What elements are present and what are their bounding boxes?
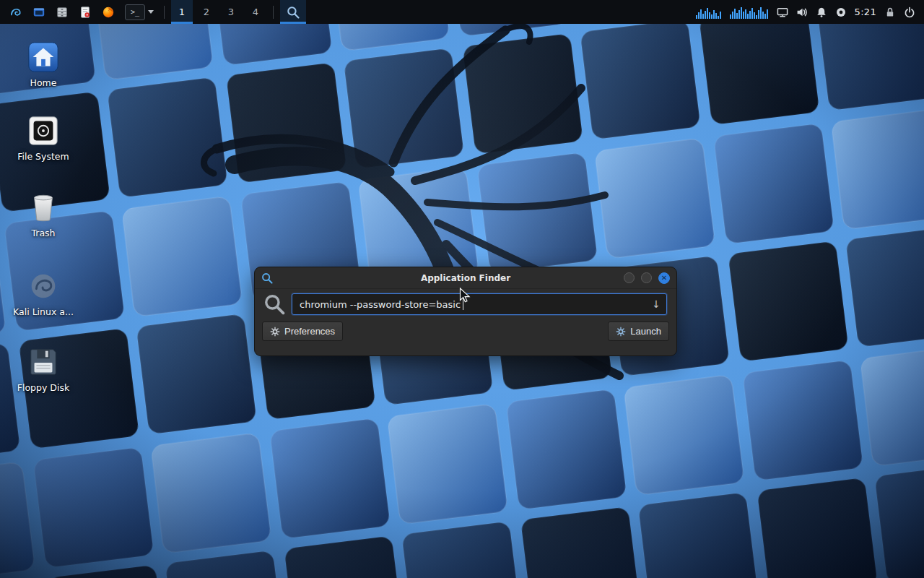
- launcher-file-manager[interactable]: [52, 0, 72, 24]
- desktop-icon-trash[interactable]: Trash: [9, 191, 78, 238]
- floppy-disk-icon: [27, 345, 60, 379]
- workspace-2[interactable]: 2: [196, 0, 217, 24]
- applications-menu-button[interactable]: [6, 0, 26, 24]
- application-finder-window: Application Finder ✕ chromium --password…: [254, 267, 677, 356]
- status-circle-icon[interactable]: [835, 7, 847, 18]
- top-panel: >_ 1 2 3 4 5:21: [0, 0, 924, 24]
- launcher-text-editor[interactable]: [75, 0, 95, 24]
- lock-icon[interactable]: [884, 7, 896, 18]
- notifications-icon[interactable]: [816, 7, 827, 18]
- chevron-down-icon: [148, 10, 154, 14]
- gear-icon: [270, 327, 280, 337]
- status-tray: 5:21: [696, 6, 918, 19]
- display-icon[interactable]: [777, 7, 788, 18]
- desktop-icon-label: Floppy Disk: [9, 382, 78, 393]
- close-button[interactable]: ✕: [658, 272, 670, 284]
- application-finder-icon: [287, 6, 300, 19]
- window-title: Application Finder: [255, 273, 676, 283]
- minimize-button[interactable]: [624, 272, 635, 283]
- desktop-icon-floppy-disk[interactable]: Floppy Disk: [9, 345, 78, 393]
- terminal-dropdown[interactable]: >_: [121, 0, 157, 24]
- down-arrow-icon[interactable]: ↓: [652, 298, 661, 310]
- kali-docs-icon: [27, 269, 60, 303]
- panel-separator: [273, 6, 274, 19]
- audio-spectrum-icon: [696, 6, 722, 19]
- desktop-icon-label: File System: [9, 151, 78, 162]
- file-manager-icon: [56, 6, 69, 19]
- trash-icon: [27, 191, 60, 224]
- taskbar-application-finder[interactable]: [280, 0, 306, 24]
- terminal-icon: >_: [125, 4, 145, 20]
- clock[interactable]: 5:21: [855, 7, 876, 17]
- launcher-window-manager[interactable]: [29, 0, 49, 24]
- desktop-icon-label: Kali Linux a...: [9, 306, 78, 317]
- desktop-icon-home[interactable]: Home: [9, 40, 78, 88]
- text-editor-icon: [79, 6, 92, 19]
- text-caret: [463, 298, 463, 310]
- desktop-icon-file-system[interactable]: File System: [9, 114, 78, 162]
- application-finder-icon: [261, 272, 273, 284]
- window-manager-icon: [32, 6, 45, 19]
- firefox-icon: [102, 6, 115, 19]
- desktop-icon-label: Trash: [9, 228, 78, 238]
- workspace-1[interactable]: 1: [171, 0, 193, 24]
- launch-icon: [616, 327, 626, 337]
- desktop-screen: >_ 1 2 3 4 5:21: [0, 0, 924, 578]
- search-input-value: chromium --password-store=basic: [300, 299, 461, 310]
- maximize-button[interactable]: [641, 272, 652, 283]
- audio-spectrum-icon: [730, 6, 769, 19]
- titlebar[interactable]: Application Finder ✕: [255, 267, 676, 289]
- kali-menu-icon: [9, 6, 22, 19]
- launcher-firefox[interactable]: [98, 0, 118, 24]
- file-system-icon: [27, 114, 60, 147]
- desktop-icon-kali-linux[interactable]: Kali Linux a...: [9, 269, 78, 317]
- search-icon: [263, 293, 285, 315]
- workspace-4[interactable]: 4: [245, 0, 266, 24]
- preferences-button-label: Preferences: [284, 326, 335, 337]
- workspace-3[interactable]: 3: [220, 0, 242, 24]
- desktop-icon-label: Home: [9, 77, 78, 88]
- home-icon: [27, 40, 60, 74]
- launch-button-label: Launch: [630, 326, 661, 337]
- search-input[interactable]: chromium --password-store=basic ↓: [292, 293, 667, 315]
- volume-icon[interactable]: [796, 7, 808, 18]
- panel-separator: [164, 6, 165, 19]
- preferences-button[interactable]: Preferences: [262, 322, 343, 341]
- power-icon[interactable]: [904, 7, 915, 18]
- launch-button[interactable]: Launch: [608, 322, 669, 341]
